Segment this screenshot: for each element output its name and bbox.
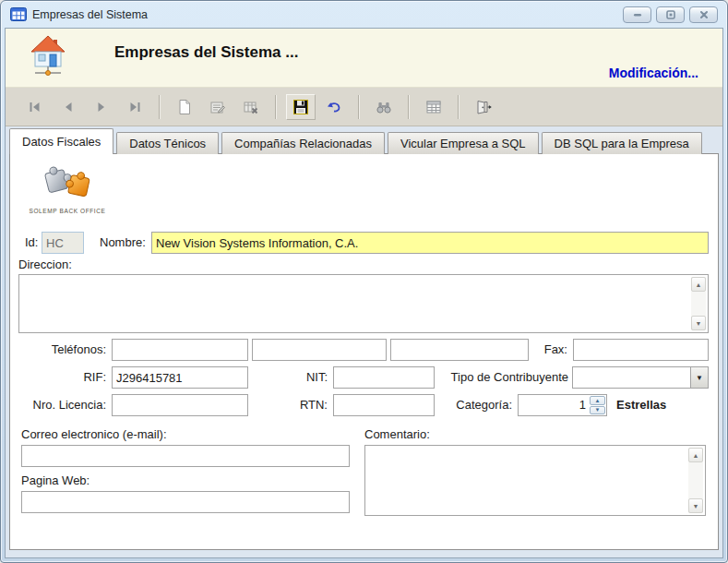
id-field[interactable] xyxy=(42,232,84,254)
comentario-textarea[interactable]: ▲ ▼ xyxy=(364,445,706,516)
puzzle-logo-icon xyxy=(31,163,103,204)
estrellas-label: Estrellas xyxy=(616,394,666,416)
pagina-web-field[interactable] xyxy=(21,491,350,513)
spin-up-icon[interactable]: ▲ xyxy=(590,396,605,405)
toolbar-separator xyxy=(358,95,360,119)
tab-db-sql-empresa[interactable]: DB SQL para la Empresa xyxy=(542,132,702,154)
nit-field[interactable] xyxy=(333,366,435,389)
telefono1-field[interactable] xyxy=(112,339,248,361)
delete-record-button[interactable] xyxy=(236,94,266,120)
tab-vincular-empresa-sql[interactable]: Vicular Empresa a SQL xyxy=(388,132,539,154)
scroll-down-icon[interactable]: ▼ xyxy=(691,316,706,330)
datos-fiscales-panel: SolEmp Back Office Id: Nombre: Direccion… xyxy=(9,153,719,550)
window-title: Empresas del Sistema xyxy=(32,8,148,21)
window: Empresas del Sistema xyxy=(0,0,728,563)
nro-licencia-label: Nro. Licencia: xyxy=(10,394,106,416)
toolbar xyxy=(6,88,722,126)
app-grid-icon xyxy=(10,7,27,21)
pagina-web-label: Pagina Web: xyxy=(21,470,90,492)
direccion-textarea[interactable]: ▲ ▼ xyxy=(18,274,709,333)
categoria-label: Categoría: xyxy=(436,394,512,416)
first-record-button[interactable] xyxy=(20,94,50,120)
scroll-up-icon[interactable]: ▲ xyxy=(691,277,706,292)
categoria-spinner[interactable]: 1 ▲ ▼ xyxy=(518,394,607,416)
tipo-contribuyente-label: Tipo de Contribuyente xyxy=(436,366,568,389)
nit-label: NIT: xyxy=(232,366,328,389)
spinner-buttons: ▲ ▼ xyxy=(590,396,605,414)
logo-caption: SolEmp Back Office xyxy=(23,208,112,214)
window-controls xyxy=(623,6,718,23)
find-button[interactable] xyxy=(369,94,399,120)
tab-datos-fiscales[interactable]: Datos Fiscales xyxy=(9,128,113,154)
solemp-logo: SolEmp Back Office xyxy=(23,163,112,221)
id-label: Id: xyxy=(25,232,38,254)
tipo-contribuyente-dropdown[interactable]: ▼ xyxy=(572,366,709,389)
telefonos-label: Teléfonos: xyxy=(10,339,106,361)
edit-record-button[interactable] xyxy=(203,94,233,120)
correo-field[interactable] xyxy=(21,445,350,467)
exit-button[interactable] xyxy=(469,94,498,120)
mode-label: Modificación... xyxy=(609,66,698,80)
comentario-scrollbar[interactable]: ▲ ▼ xyxy=(688,448,703,513)
nombre-field[interactable] xyxy=(151,232,709,254)
toolbar-separator xyxy=(275,95,277,119)
nombre-label: Nombre: xyxy=(100,232,146,254)
home-network-icon xyxy=(28,35,68,83)
toolbar-separator xyxy=(408,95,410,119)
tab-area: Datos Fiscales Datos Ténicos Compañías R… xyxy=(6,126,722,557)
rif-label: RIF: xyxy=(10,366,106,389)
direccion-label: Direccion: xyxy=(18,254,72,276)
tab-strip: Datos Fiscales Datos Ténicos Compañías R… xyxy=(9,128,705,154)
titlebar[interactable]: Empresas del Sistema xyxy=(1,1,727,28)
fax-field[interactable] xyxy=(573,339,709,361)
scroll-up-icon[interactable]: ▲ xyxy=(688,448,703,462)
telefono2-field[interactable] xyxy=(252,339,387,361)
new-record-button[interactable] xyxy=(170,94,199,120)
categoria-value: 1 xyxy=(522,395,586,415)
maximize-button[interactable] xyxy=(656,6,685,23)
close-button[interactable] xyxy=(689,6,718,23)
window-body: Empresas del Sistema ... Modificación... xyxy=(5,28,723,558)
spin-down-icon[interactable]: ▼ xyxy=(590,406,605,415)
comentario-label: Comentario: xyxy=(364,424,430,446)
toolbar-separator xyxy=(159,95,161,119)
tab-datos-tecnicos[interactable]: Datos Ténicos xyxy=(116,132,219,154)
scroll-down-icon[interactable]: ▼ xyxy=(688,498,703,513)
rtn-field[interactable] xyxy=(333,394,435,416)
direccion-scrollbar[interactable]: ▲ ▼ xyxy=(691,277,706,330)
last-record-button[interactable] xyxy=(120,94,149,120)
correo-label: Correo electronico (e-mail): xyxy=(21,424,167,446)
tab-companias-relacionadas[interactable]: Compañías Relacionadas xyxy=(221,132,385,154)
rtn-label: RTN: xyxy=(232,394,328,416)
fax-label: Fax: xyxy=(508,339,567,361)
dropdown-arrow-icon[interactable]: ▼ xyxy=(690,367,708,388)
next-record-button[interactable] xyxy=(87,94,116,120)
nro-licencia-field[interactable] xyxy=(112,394,248,416)
undo-button[interactable] xyxy=(319,94,349,120)
save-button[interactable] xyxy=(286,94,316,120)
minimize-button[interactable] xyxy=(623,6,651,23)
page-title: Empresas del Sistema ... xyxy=(114,43,298,62)
previous-record-button[interactable] xyxy=(54,94,83,120)
rif-field[interactable] xyxy=(112,366,248,389)
grid-view-button[interactable] xyxy=(419,94,448,120)
toolbar-separator xyxy=(458,95,459,119)
form-header: Empresas del Sistema ... Modificación... xyxy=(6,29,722,88)
